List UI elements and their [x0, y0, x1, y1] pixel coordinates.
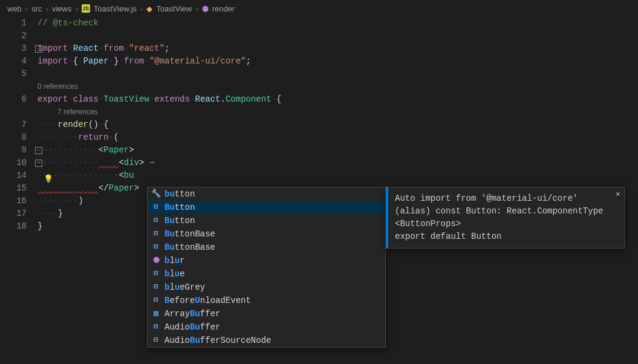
chevron-right-icon: ›: [25, 4, 28, 13]
suggest-item[interactable]: 🔧button: [148, 187, 385, 201]
code-text: import: [37, 56, 68, 66]
suggest-label: blue: [164, 267, 185, 281]
suggest-label: blueGrey: [164, 281, 205, 294]
suggest-item[interactable]: ⊟Button: [148, 201, 385, 214]
ref-icon: ⊟: [151, 201, 161, 214]
code-text: return: [78, 132, 108, 142]
suggest-item[interactable]: ⊟ButtonBase: [148, 227, 385, 241]
breadcrumb-item[interactable]: ToastView.js: [94, 4, 137, 13]
codelens-references[interactable]: 7 references: [37, 106, 638, 119]
suggest-label: ArrayBuffer: [164, 307, 220, 320]
detail-text: <ButtonProps>: [395, 218, 617, 230]
breadcrumb-item[interactable]: views: [52, 4, 72, 13]
code-text: class: [73, 94, 99, 104]
suggest-item[interactable]: ⊟blue: [148, 267, 385, 281]
code-text: from: [124, 56, 145, 66]
code-text: import: [37, 44, 68, 53]
ref-icon: ⊟: [151, 241, 161, 254]
breadcrumb-item[interactable]: ToastView: [156, 4, 192, 13]
code-text: "@material-ui/core": [149, 56, 246, 66]
chevron-right-icon: ›: [140, 4, 143, 13]
cube-icon: ⬣: [151, 254, 161, 267]
ref-icon: ⊟: [151, 334, 161, 347]
method-icon: ⬢: [202, 4, 209, 13]
chevron-right-icon: ›: [75, 4, 77, 13]
ref-icon: ⊟: [151, 267, 161, 281]
error-squiggle: [99, 158, 119, 167]
ref-icon: ⊟: [151, 214, 161, 227]
ref-icon: ⊟: [151, 227, 161, 241]
javascript-file-icon: JS: [82, 4, 90, 13]
suggest-label: ButtonBase: [164, 227, 215, 241]
code-text: React: [73, 44, 99, 53]
breadcrumb-item[interactable]: web: [7, 4, 22, 13]
suggest-label: blur: [164, 254, 185, 267]
wrench-icon: 🔧: [151, 187, 161, 201]
code-text: Paper: [103, 145, 129, 155]
suggest-item[interactable]: ⊟blueGrey: [148, 281, 385, 294]
lightbulb-icon[interactable]: 💡: [44, 173, 53, 186]
folded-ellipsis-icon[interactable]: ⋯: [144, 158, 155, 167]
code-text: div: [124, 158, 139, 167]
suggest-label: AudioBufferSourceNode: [164, 334, 271, 347]
detail-text: Auto import from '@material-ui/core': [395, 192, 617, 205]
chevron-right-icon: ›: [46, 4, 48, 13]
line-number-gutter: 1 2 3 4 5 6 7 8 9 10 14 15 16 17 18: [0, 17, 37, 233]
code-text: from: [103, 44, 124, 53]
code-text: React: [195, 94, 221, 104]
detail-text: (alias) const Button: React.ComponentTyp…: [395, 205, 617, 218]
code-text: export: [37, 94, 68, 104]
ref-icon: ⊟: [151, 281, 161, 294]
ref-icon: ⊟: [151, 320, 161, 334]
code-text: Paper: [109, 183, 134, 193]
breadcrumb-item[interactable]: render: [212, 4, 235, 13]
intellisense-detail-pane: × Auto import from '@material-ui/core' (…: [386, 187, 625, 249]
breadcrumb-item[interactable]: src: [31, 4, 42, 13]
code-text: bu: [124, 171, 134, 180]
detail-text: export default Button: [395, 230, 617, 243]
suggest-item[interactable]: ⊟BeforeUnloadEvent: [148, 294, 385, 307]
suggest-label: AudioBuffer: [164, 320, 220, 334]
suggest-label: Button: [164, 214, 195, 227]
suggest-label: Button: [164, 201, 195, 214]
suggest-item[interactable]: ⊟AudioBuffer: [148, 320, 385, 334]
code-text: Component: [226, 94, 272, 104]
suggest-item[interactable]: ⊟AudioBufferSourceNode: [148, 334, 385, 347]
ref-icon: ⊟: [151, 294, 161, 307]
close-icon[interactable]: ×: [616, 189, 620, 201]
suggest-label: button: [164, 187, 195, 201]
breadcrumb: web › src › views › JS ToastView.js › ◆ …: [0, 0, 638, 17]
suggest-label: BeforeUnloadEvent: [164, 294, 251, 307]
suggest-item[interactable]: ▤ArrayBuffer: [148, 307, 385, 320]
code-text: extends: [154, 94, 190, 104]
codelens-references[interactable]: 0 references: [37, 80, 638, 93]
code-text: ToastView: [103, 94, 149, 104]
suggest-label: ButtonBase: [164, 241, 215, 254]
class-icon: ◆: [146, 4, 152, 13]
suggest-item[interactable]: ⊟Button: [148, 214, 385, 227]
suggest-item[interactable]: ⊟ButtonBase: [148, 241, 385, 254]
code-text: Paper: [83, 56, 109, 66]
enum-icon: ▤: [151, 307, 161, 320]
chevron-right-icon: ›: [195, 4, 198, 13]
code-text: // @ts-check: [37, 18, 99, 28]
suggest-item[interactable]: ⬣blur: [148, 254, 385, 267]
intellisense-suggest-list[interactable]: 🔧button⊟Button⊟Button⊟ButtonBase⊟ButtonB…: [147, 187, 386, 348]
code-text: render: [58, 120, 88, 129]
code-text: "react": [129, 44, 164, 53]
